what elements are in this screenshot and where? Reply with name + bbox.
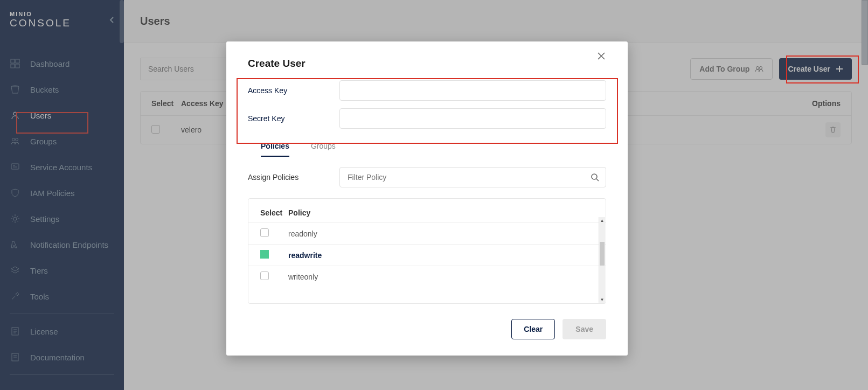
policy-table-header: Select Policy <box>248 205 606 222</box>
policy-row[interactable]: writeonly <box>248 266 606 287</box>
policy-checkbox[interactable] <box>260 271 269 280</box>
modal-body: Access Key Secret Key Policies Groups As… <box>226 80 628 304</box>
close-icon[interactable] <box>596 51 606 61</box>
policy-name: readwrite <box>288 251 594 260</box>
modal-footer: Clear Save <box>226 304 628 339</box>
pcol-select: Select <box>260 208 288 217</box>
scroll-down-icon[interactable]: ▼ <box>599 296 605 303</box>
access-key-label: Access Key <box>248 86 339 95</box>
clear-button[interactable]: Clear <box>511 319 555 339</box>
policy-name: readonly <box>288 229 594 238</box>
policy-table: Select Policy readonly readwrite writeon… <box>248 198 606 304</box>
policy-name: writeonly <box>288 273 594 281</box>
scroll-up-icon[interactable]: ▲ <box>599 217 605 224</box>
access-key-input[interactable] <box>339 80 606 101</box>
filter-policy-input[interactable] <box>339 167 606 187</box>
create-user-modal: Create User Access Key Secret Key Polici… <box>226 41 628 356</box>
search-icon <box>590 172 600 182</box>
secret-key-row: Secret Key <box>248 108 606 129</box>
pcol-policy: Policy <box>288 208 594 217</box>
secret-key-input[interactable] <box>339 108 606 129</box>
tab-groups[interactable]: Groups <box>311 136 336 157</box>
svg-point-13 <box>592 174 597 179</box>
tabs: Policies Groups <box>248 136 606 157</box>
secret-key-label: Secret Key <box>248 114 339 123</box>
policy-row[interactable]: readwrite <box>248 244 606 266</box>
assign-label: Assign Policies <box>248 173 339 182</box>
modal-title: Create User <box>248 58 305 69</box>
scroll-thumb[interactable] <box>600 242 605 266</box>
policy-checkbox[interactable] <box>260 228 269 237</box>
policy-row[interactable]: readonly <box>248 222 606 244</box>
access-key-row: Access Key <box>248 80 606 101</box>
policy-scrollbar[interactable]: ▲ ▼ <box>599 217 605 303</box>
assign-policies-row: Assign Policies <box>248 167 606 187</box>
modal-header: Create User <box>226 41 628 80</box>
policy-checkbox-checked[interactable] <box>260 250 269 259</box>
save-button[interactable]: Save <box>563 319 606 339</box>
tab-policies[interactable]: Policies <box>261 136 289 157</box>
